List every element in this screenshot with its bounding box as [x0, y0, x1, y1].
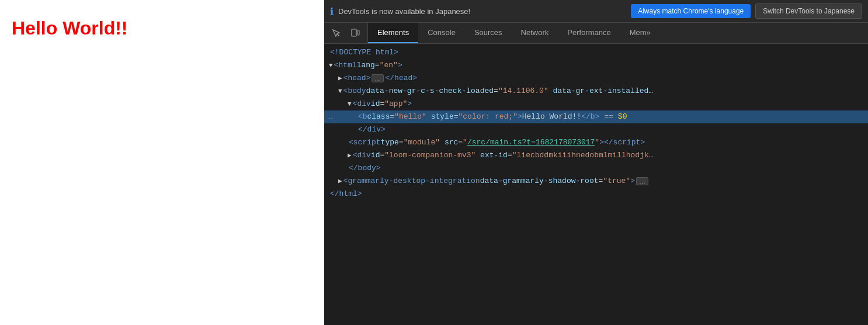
tab-more-label: Mem»	[630, 28, 651, 37]
svg-rect-1	[352, 29, 356, 36]
triangle-grammarly[interactable]	[338, 175, 342, 187]
switch-language-button[interactable]: Switch DevTools to Japanese	[755, 4, 862, 19]
inspect-element-icon[interactable]	[329, 26, 344, 41]
grammarly-line: <grammarly-desktop-integration data-gram…	[324, 175, 868, 188]
info-icon: ℹ	[330, 6, 334, 17]
head-line: <head> … </head>	[324, 72, 868, 85]
devtools-panel: ℹ DevTools is now available in Japanese!…	[324, 0, 868, 325]
tab-elements[interactable]: Elements	[368, 23, 418, 43]
div-close-line: </div>	[324, 123, 868, 136]
match-language-button[interactable]: Always match Chrome's language	[631, 4, 751, 18]
tab-performance-label: Performance	[567, 28, 610, 37]
triangle-body[interactable]	[338, 85, 342, 97]
page-content: Hello World!!	[0, 0, 324, 325]
body-open-line: <body data-new-gr-c-s-check-loaded="14.1…	[324, 85, 868, 98]
triangle-html[interactable]	[329, 60, 333, 71]
triangle-loom[interactable]	[348, 150, 352, 161]
tab-icon-area	[324, 23, 368, 43]
tab-console[interactable]: Console	[418, 23, 465, 43]
hello-world-text: Hello World!!	[12, 18, 128, 39]
tab-network-label: Network	[521, 28, 549, 37]
notification-bar: ℹ DevTools is now available in Japanese!…	[324, 0, 868, 23]
tab-network[interactable]: Network	[512, 23, 558, 43]
div-loom-line: <div id="loom-companion-mv3" ext-id="lie…	[324, 149, 868, 162]
tab-elements-label: Elements	[377, 28, 409, 37]
svg-line-0	[337, 34, 339, 36]
script-line: <script type="module" src="/src/main.ts?…	[324, 136, 868, 149]
html-open-line: <html lang="en">	[324, 59, 868, 72]
triangle-head[interactable]	[338, 72, 342, 84]
doctype-line: <!DOCTYPE html>	[324, 46, 868, 59]
elements-panel-code: <!DOCTYPE html> <html lang="en"> <head> …	[324, 44, 868, 325]
html-close-line: </html>	[324, 188, 868, 200]
b-hello-line[interactable]: … <b class="hello" style="color: red;">H…	[324, 110, 868, 123]
grammarly-ellipsis[interactable]: …	[636, 177, 648, 185]
triangle-div-app[interactable]	[348, 98, 352, 110]
body-close-line: </body>	[324, 162, 868, 175]
svg-rect-2	[357, 30, 359, 35]
devtools-tabs-bar: Elements Console Sources Network Perform…	[324, 23, 868, 44]
tab-performance[interactable]: Performance	[558, 23, 620, 43]
head-ellipsis[interactable]: …	[371, 74, 384, 82]
tab-sources-label: Sources	[474, 28, 502, 37]
tab-sources[interactable]: Sources	[465, 23, 512, 43]
tab-more[interactable]: Mem»	[620, 23, 660, 43]
device-toolbar-icon[interactable]	[348, 26, 363, 41]
tab-console-label: Console	[428, 28, 456, 37]
div-app-line: <div id="app">	[324, 98, 868, 110]
script-src-link[interactable]: /src/main.ts?t=1682178073017	[467, 137, 595, 148]
notification-text: DevTools is now available in Japanese!	[338, 7, 626, 16]
